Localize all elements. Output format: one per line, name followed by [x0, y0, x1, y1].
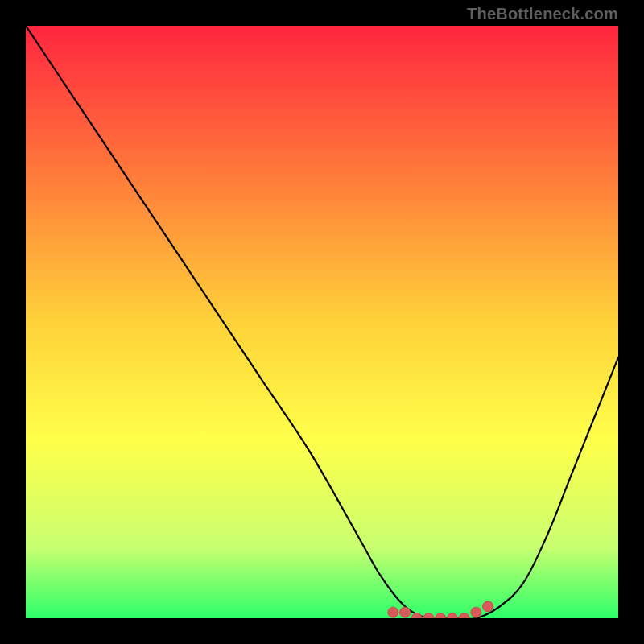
gradient-background — [26, 26, 618, 618]
trough-marker — [388, 607, 398, 617]
chart-svg — [26, 26, 618, 618]
watermark-text: TheBottleneck.com — [467, 5, 618, 23]
chart-stage: TheBottleneck.com — [0, 0, 644, 644]
trough-marker — [471, 607, 481, 617]
chart-plot-area — [26, 26, 618, 618]
trough-marker — [400, 607, 411, 617]
trough-marker — [483, 601, 493, 612]
